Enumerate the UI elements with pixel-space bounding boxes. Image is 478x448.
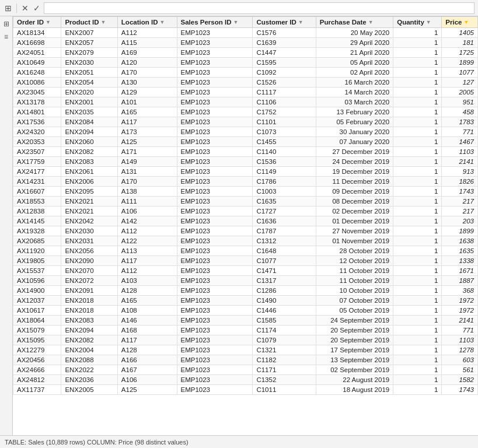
table-cell: 1638 <box>442 236 478 246</box>
col-customer-id[interactable]: Customer ID ▼ <box>253 17 316 28</box>
table-cell: 1 <box>393 88 442 97</box>
table-row: AX24320ENX2094A173EMP1023C107330 January… <box>13 127 478 137</box>
table-icon[interactable]: ⊞ <box>1 19 12 29</box>
table-cell: 2141 <box>442 316 478 326</box>
table-cell: C1787 <box>253 226 316 236</box>
table-row: AX20685ENX2031A122EMP1023C131201 Novembe… <box>13 236 478 246</box>
table-cell: C1182 <box>253 355 316 365</box>
table-cell: 1725 <box>442 48 478 58</box>
table-cell: A122 <box>117 236 177 246</box>
table-cell: EMP1023 <box>177 365 253 375</box>
table-cell: AX24177 <box>13 167 61 177</box>
table-cell: AX11737 <box>13 385 61 395</box>
col-order-id[interactable]: Order ID ▼ <box>13 17 61 28</box>
table-cell: C1639 <box>253 38 316 48</box>
table-cell: ENX2030 <box>61 226 117 236</box>
table-row: AX20353ENX2060A125EMP1023C145507 January… <box>13 137 478 147</box>
table-cell: EMP1023 <box>177 296 253 306</box>
table-cell: 08 December 2019 <box>316 197 393 206</box>
table-cell: A103 <box>117 276 177 286</box>
table-cell: ENX2083 <box>61 157 117 167</box>
table-cell: 1 <box>393 266 442 276</box>
table-cell: 127 <box>442 78 478 88</box>
table-cell: EMP1023 <box>177 88 253 97</box>
table-cell: 1 <box>393 117 442 127</box>
table-cell: 1077 <box>442 68 478 78</box>
table-cell: A117 <box>117 117 177 127</box>
check-icon[interactable]: ✓ <box>32 4 41 13</box>
table-cell: A106 <box>117 206 177 216</box>
list-icon[interactable]: ≡ <box>1 32 12 42</box>
col-location-id[interactable]: Location ID ▼ <box>117 17 177 28</box>
table-cell: EMP1023 <box>177 147 253 157</box>
table-cell: AX15537 <box>13 266 61 276</box>
table-cell: ENX2082 <box>61 147 117 157</box>
table-cell: C1317 <box>253 276 316 286</box>
table-row: AX24177ENX2061A131EMP1023C114919 Decembe… <box>13 167 478 177</box>
table-cell: 1826 <box>442 177 478 187</box>
col-purchase-date[interactable]: Purchase Date ▼ <box>316 17 393 28</box>
table-cell: 24 December 2019 <box>316 157 393 167</box>
table-cell: C1174 <box>253 326 316 335</box>
table-cell: 07 January 2020 <box>316 137 393 147</box>
table-cell: A166 <box>117 355 177 365</box>
table-cell: C1286 <box>253 286 316 296</box>
table-row: AX15079ENX2094A168EMP1023C117420 Septemb… <box>13 326 478 335</box>
table-cell: ENX2088 <box>61 355 117 365</box>
table-cell: ENX2084 <box>61 117 117 127</box>
table-row: AX12838ENX2021A106EMP1023C172702 Decembe… <box>13 206 478 216</box>
table-cell: AX19805 <box>13 256 61 266</box>
close-icon[interactable]: ✕ <box>20 4 30 13</box>
table-cell: ENX2060 <box>61 137 117 147</box>
table-cell: 1 <box>393 28 442 38</box>
table-row: AX14801ENX2035A165EMP1023C175213 Februar… <box>13 107 478 117</box>
table-cell: A115 <box>117 38 177 48</box>
table-cell: EMP1023 <box>177 316 253 326</box>
table-row: AX16248ENX2051A170EMP1023C109202 April 2… <box>13 68 478 78</box>
table-cell: EMP1023 <box>177 177 253 187</box>
table-cell: 1899 <box>442 226 478 236</box>
table-cell: 217 <box>442 206 478 216</box>
table-row: AX23045ENX2020A129EMP1023C111714 March 2… <box>13 88 478 97</box>
table-cell: 181 <box>442 38 478 48</box>
table-cell: C1117 <box>253 88 316 97</box>
table-cell: 01 November 2019 <box>316 236 393 246</box>
data-table-container[interactable]: Order ID ▼ Product ID ▼ <box>13 16 478 435</box>
table-cell: 28 October 2019 <box>316 246 393 256</box>
table-cell: 1 <box>393 385 442 395</box>
col-product-id[interactable]: Product ID ▼ <box>61 17 117 28</box>
grid-icon[interactable]: ⊞ <box>4 4 13 13</box>
table-cell: 1 <box>393 38 442 48</box>
table-cell: A112 <box>117 266 177 276</box>
table-cell: 1405 <box>442 28 478 38</box>
table-cell: C1455 <box>253 137 316 147</box>
table-cell: 05 February 2020 <box>316 117 393 127</box>
formula-input[interactable] <box>44 2 474 14</box>
table-cell: EMP1023 <box>177 206 253 216</box>
table-cell: 1 <box>393 236 442 246</box>
table-cell: 1 <box>393 167 442 177</box>
col-quantity[interactable]: Quantity ▼ <box>393 17 442 28</box>
table-row: AX10086ENX2054A130EMP1023C152616 March 2… <box>13 78 478 88</box>
col-price[interactable]: Price ▼ <box>442 17 478 28</box>
table-cell: C1073 <box>253 127 316 137</box>
table-cell: EMP1023 <box>177 326 253 335</box>
table-cell: C1446 <box>253 306 316 316</box>
table-cell: AX11920 <box>13 246 61 256</box>
table-cell: C1585 <box>253 316 316 326</box>
table-cell: EMP1023 <box>177 216 253 226</box>
table-cell: ENX2083 <box>61 316 117 326</box>
table-cell: A125 <box>117 137 177 147</box>
table-cell: EMP1023 <box>177 68 253 78</box>
table-cell: AX20685 <box>13 236 61 246</box>
table-cell: 1 <box>393 256 442 266</box>
table-cell: 19 December 2019 <box>316 167 393 177</box>
table-cell: C1447 <box>253 48 316 58</box>
col-sales-person-id[interactable]: Sales Person ID ▼ <box>177 17 253 28</box>
table-cell: 20 September 2019 <box>316 335 393 345</box>
table-cell: 11 October 2019 <box>316 266 393 276</box>
table-cell: 951 <box>442 97 478 107</box>
table-cell: AX14900 <box>13 286 61 296</box>
table-cell: C1312 <box>253 236 316 246</box>
table-cell: AX17759 <box>13 157 61 167</box>
